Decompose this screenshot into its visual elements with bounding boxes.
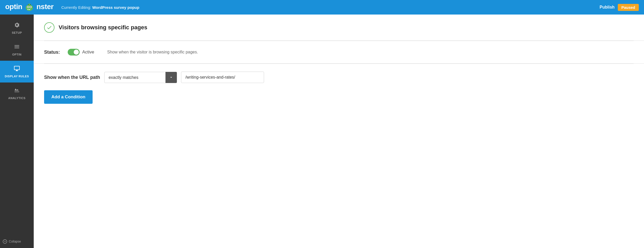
rule-header-card: Visitors browsing specific pages (34, 15, 644, 41)
status-toggle[interactable] (68, 49, 80, 56)
condition-label: Show when the URL path (44, 75, 100, 80)
condition-url-input[interactable] (181, 72, 264, 83)
monster-icon (25, 3, 34, 12)
logo-text: optin nster (5, 3, 53, 12)
sidebar-item-analytics-label: ANALYTICS (8, 97, 25, 100)
campaign-name: WordPress survey popup (92, 5, 139, 10)
checkmark-icon (46, 25, 52, 30)
monitor-icon (14, 65, 20, 73)
svg-point-4 (30, 6, 31, 8)
toggle-group: Active (68, 49, 94, 56)
collapse-label: Collapse (9, 240, 21, 243)
sidebar-item-optin[interactable]: OPTIN (0, 39, 34, 61)
sidebar-item-analytics[interactable]: ANALYTICS (0, 82, 34, 104)
condition-row: Show when the URL path exactly matches c… (44, 72, 634, 83)
publish-button[interactable]: Publish (600, 5, 615, 10)
sidebar-item-setup[interactable]: SETUP (0, 17, 34, 39)
sidebar: SETUP OPTIN DISPLAY RULES ANALYTICS Coll (0, 15, 34, 248)
logo: optin nster (5, 3, 53, 12)
sidebar-item-display-rules[interactable]: DISPLAY RULES (0, 61, 34, 82)
condition-section: Show when the URL path exactly matches c… (34, 64, 644, 112)
add-condition-button[interactable]: Add a Condition (44, 90, 93, 104)
status-badge: Paused (618, 4, 639, 11)
header: optin nster Currently Editing: (0, 0, 644, 15)
condition-select-wrapper: exactly matches contains does not contai… (104, 72, 177, 83)
status-active-text: Active (82, 50, 94, 55)
sidebar-item-optin-label: OPTIN (12, 53, 22, 56)
rule-title: Visitors browsing specific pages (59, 24, 147, 31)
sidebar-item-display-rules-label: DISPLAY RULES (5, 75, 29, 78)
sidebar-item-setup-label: SETUP (12, 31, 22, 34)
svg-rect-5 (27, 9, 29, 10)
svg-rect-6 (29, 9, 30, 10)
svg-point-3 (27, 6, 29, 8)
chart-icon (14, 87, 20, 95)
svg-point-8 (28, 4, 29, 5)
status-description: Show when the visitor is browsing specif… (107, 50, 198, 54)
condition-select[interactable]: exactly matches contains does not contai… (104, 72, 177, 83)
status-label: Status: (44, 50, 60, 55)
check-circle (44, 22, 54, 33)
main-content: Visitors browsing specific pages Status:… (34, 15, 644, 248)
status-section: Status: Active Show when the visitor is … (34, 41, 644, 64)
collapse-button[interactable]: Collapse (0, 235, 34, 248)
svg-point-9 (30, 4, 31, 5)
currently-editing: Currently Editing: WordPress survey popu… (61, 5, 139, 10)
gear-icon (14, 22, 20, 30)
menu-icon (14, 44, 20, 51)
collapse-icon (3, 239, 7, 244)
